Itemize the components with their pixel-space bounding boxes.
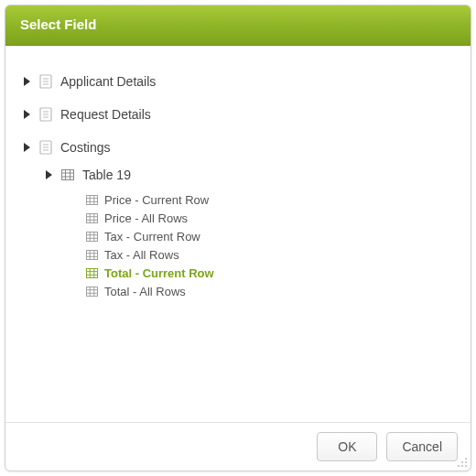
svg-rect-46 — [86, 287, 97, 296]
svg-point-51 — [465, 458, 467, 460]
ok-button[interactable]: OK — [317, 432, 377, 461]
svg-rect-31 — [86, 232, 97, 241]
tree-leaf-label: Price - Current Row — [104, 193, 209, 207]
expand-collapse-icon[interactable] — [22, 77, 33, 86]
tree-leaf-price-current-row[interactable]: Price - Current Row — [84, 190, 454, 209]
svg-rect-16 — [62, 170, 74, 180]
tree-leaf-total-current-row[interactable]: Total - Current Row — [84, 264, 454, 282]
document-icon — [38, 74, 53, 89]
tree-node-costings[interactable]: Costings — [22, 137, 454, 157]
svg-rect-41 — [86, 268, 97, 277]
tree-node-label: Table 19 — [82, 168, 131, 182]
tree-leaf-label: Total - Current Row — [104, 266, 214, 280]
cancel-button[interactable]: Cancel — [386, 432, 458, 461]
tree-leaf-label: Total - All Rows — [104, 285, 186, 298]
svg-point-52 — [461, 461, 463, 463]
svg-point-56 — [465, 465, 467, 467]
tree-node-applicant-details[interactable]: Applicant Details — [22, 71, 454, 92]
table-icon — [84, 250, 99, 260]
tree-leaf-label: Tax - Current Row — [104, 230, 200, 243]
svg-point-53 — [465, 461, 467, 463]
svg-rect-36 — [86, 250, 97, 259]
expand-collapse-icon[interactable] — [44, 170, 55, 179]
tree-node-label: Costings — [60, 140, 110, 155]
expand-collapse-icon[interactable] — [22, 143, 33, 152]
document-icon — [38, 140, 53, 155]
table-icon — [84, 287, 99, 297]
document-icon — [38, 107, 53, 122]
tree-leaf-tax-all-rows[interactable]: Tax - All Rows — [84, 245, 454, 264]
select-field-dialog: Select Field Applicant Details — [5, 5, 471, 471]
table-icon — [60, 169, 75, 180]
tree-node-request-details[interactable]: Request Details — [22, 104, 454, 124]
tree-leaf-tax-current-row[interactable]: Tax - Current Row — [84, 227, 454, 245]
dialog-titlebar: Select Field — [5, 5, 471, 46]
table-icon — [84, 195, 99, 205]
tree-leaf-label: Tax - All Rows — [104, 248, 179, 262]
dialog-content: Applicant Details Request Details — [5, 46, 471, 422]
dialog-title: Select Field — [20, 16, 96, 32]
tree-node-label: Request Details — [60, 107, 151, 122]
expand-collapse-icon[interactable] — [22, 110, 33, 119]
tree-leaf-label: Price - All Rows — [104, 211, 188, 225]
tree-node-table-19[interactable]: Table 19 — [44, 165, 454, 185]
svg-rect-26 — [86, 213, 97, 222]
svg-marker-15 — [46, 170, 52, 179]
svg-rect-21 — [86, 195, 97, 204]
tree-leaf-total-all-rows[interactable]: Total - All Rows — [84, 282, 454, 300]
table-icon — [84, 232, 99, 242]
tree-node-label: Applicant Details — [60, 74, 156, 89]
svg-point-54 — [458, 465, 460, 467]
tree-leaf-price-all-rows[interactable]: Price - All Rows — [84, 209, 454, 227]
svg-marker-0 — [24, 77, 30, 86]
resize-grip-icon[interactable] — [455, 455, 468, 468]
svg-point-55 — [461, 465, 463, 467]
dialog-footer: OK Cancel — [5, 422, 471, 471]
svg-marker-5 — [24, 110, 30, 119]
table-icon — [84, 213, 99, 223]
svg-marker-10 — [24, 143, 30, 152]
table-icon — [84, 268, 99, 278]
field-tree: Applicant Details Request Details — [22, 71, 454, 300]
